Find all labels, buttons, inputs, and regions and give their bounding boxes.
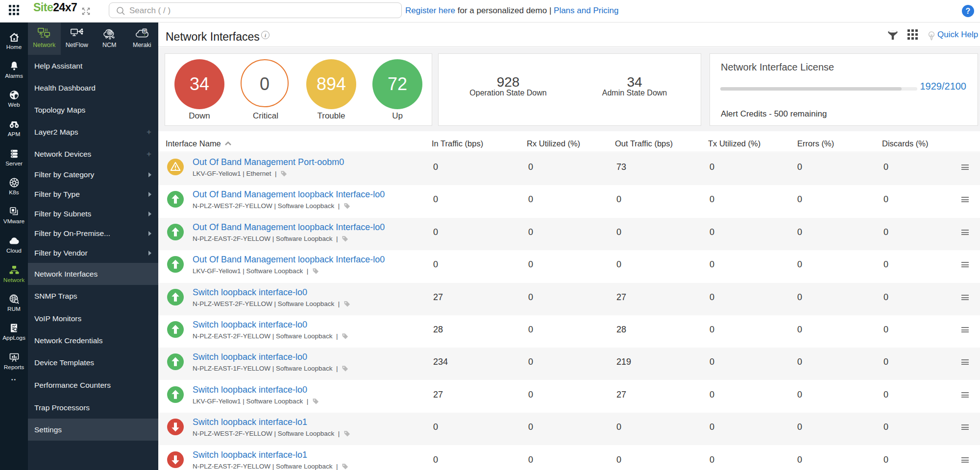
svg-text:M: M <box>143 29 146 32</box>
